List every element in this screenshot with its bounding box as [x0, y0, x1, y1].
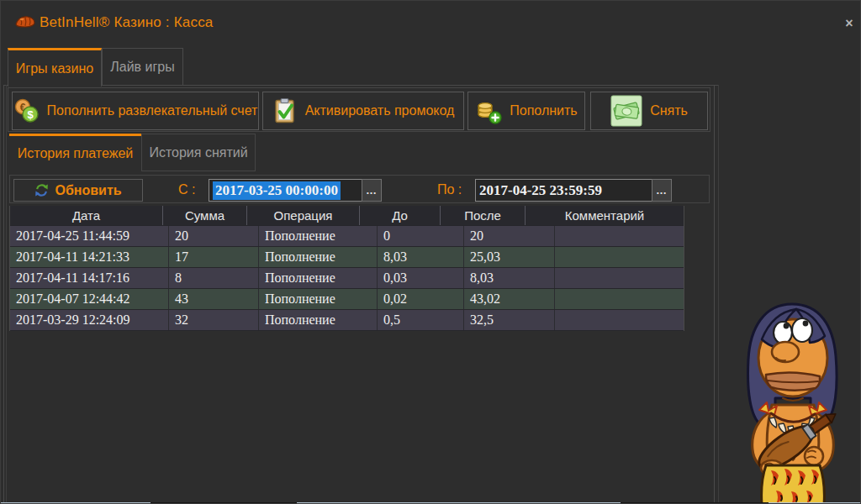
date-to-label: По :	[437, 182, 462, 197]
activate-promocode-button[interactable]: Активировать промокод	[262, 92, 464, 130]
date-from-picker-button[interactable]: …	[362, 179, 382, 202]
cell-after: 20	[464, 226, 555, 246]
cell-before: 0,02	[378, 289, 464, 309]
cell-amount: 32	[169, 310, 259, 330]
coins-add-icon	[475, 98, 502, 124]
cell-amount: 20	[169, 226, 259, 246]
button-label: Пополнить развлекательный счет	[47, 103, 258, 118]
date-from-input[interactable]: 2017-03-25 00:00:00	[209, 179, 370, 202]
panel-border	[3, 85, 4, 502]
cell-after: 32,5	[464, 310, 555, 330]
cell-operation: Пополнение	[259, 289, 378, 309]
table-row[interactable]: 2017-04-11 14:21:33 17 Пополнение 8,03 2…	[10, 246, 684, 267]
date-to-picker-button[interactable]: …	[652, 179, 672, 202]
cell-date: 2017-04-07 12:44:42	[10, 289, 169, 309]
panel-border	[6, 85, 7, 502]
app-window: BetInHell® Казино : Касса × Игры казино …	[0, 0, 861, 504]
withdraw-button[interactable]: Снять	[590, 92, 708, 130]
cell-amount: 8	[169, 268, 259, 288]
cell-before: 8,03	[378, 247, 464, 267]
column-header-after[interactable]: После	[441, 206, 526, 225]
subtab-label: История платежей	[18, 146, 133, 161]
cell-amount: 43	[169, 289, 259, 309]
tab-casino-games[interactable]: Игры казино	[8, 48, 102, 87]
cell-amount: 17	[169, 247, 259, 267]
cell-after: 43,02	[464, 289, 555, 309]
filter-bar: Обновить С : 2017-03-25 00:00:00 … По : …	[9, 175, 710, 203]
cell-before: 0	[378, 226, 464, 246]
date-from-label: С :	[178, 182, 195, 197]
cell-date: 2017-04-11 14:17:16	[10, 268, 169, 288]
window-title: BetInHell® Казино : Касса	[40, 14, 214, 31]
svg-text:$: $	[27, 108, 34, 121]
cell-after: 25,03	[464, 247, 555, 267]
cell-before: 0,5	[378, 310, 464, 330]
subtab-label: История снятий	[149, 145, 247, 160]
refresh-label: Обновить	[55, 183, 121, 198]
close-icon[interactable]: ×	[840, 14, 858, 33]
clipboard-check-icon	[272, 97, 298, 124]
panel-border	[714, 85, 715, 502]
app-logo-icon	[14, 13, 36, 30]
tab-label: Лайв игры	[110, 60, 174, 75]
cell-date: 2017-04-11 14:21:33	[10, 247, 169, 267]
panel-border	[3, 85, 719, 86]
column-header-amount[interactable]: Сумма	[163, 206, 247, 225]
cell-comment	[555, 247, 684, 267]
topup-entertainment-account-button[interactable]: € $ Пополнить развлекательный счет	[12, 92, 259, 130]
caveman-mascot-image	[724, 299, 860, 504]
date-to-value: 2017-04-25 23:59:59	[479, 182, 602, 199]
table-header: Дата Сумма Операция До После Комментарий	[10, 206, 684, 225]
button-label: Пополнить	[510, 103, 577, 118]
column-header-operation[interactable]: Операция	[247, 206, 360, 225]
cell-comment	[555, 289, 684, 309]
payments-history-table: Дата Сумма Операция До После Комментарий…	[9, 206, 684, 331]
cell-operation: Пополнение	[259, 310, 378, 330]
banknotes-icon	[610, 95, 642, 127]
cell-operation: Пополнение	[259, 247, 378, 267]
cell-date: 2017-04-25 11:44:59	[10, 226, 169, 246]
panel-border	[718, 85, 719, 502]
deposit-button[interactable]: Пополнить	[467, 92, 585, 130]
button-label: Снять	[650, 103, 688, 118]
toolbar: € $ Пополнить развлекательный счет Актив…	[8, 87, 710, 132]
cell-operation: Пополнение	[259, 226, 378, 246]
date-from-value: 2017-03-25 00:00:00	[213, 181, 341, 200]
cell-operation: Пополнение	[259, 268, 378, 288]
cell-comment	[555, 268, 684, 288]
subtab-withdrawals-history[interactable]: История снятий	[141, 134, 256, 171]
tab-live-games[interactable]: Лайв игры	[102, 48, 183, 86]
tab-label: Игры казино	[16, 61, 93, 76]
table-row[interactable]: 2017-03-29 12:24:09 32 Пополнение 0,5 32…	[10, 309, 684, 331]
subtab-payments-history[interactable]: История платежей	[9, 134, 141, 171]
column-header-date[interactable]: Дата	[10, 206, 163, 225]
cell-comment	[555, 310, 684, 330]
cell-comment	[555, 226, 684, 246]
table-row[interactable]: 2017-04-11 14:17:16 8 Пополнение 0,03 8,…	[10, 267, 684, 288]
coins-eur-usd-icon: € $	[13, 98, 40, 123]
table-row[interactable]: 2017-04-25 11:44:59 20 Пополнение 0 20	[10, 225, 684, 246]
column-header-before[interactable]: До	[360, 206, 441, 225]
cell-after: 8,03	[464, 268, 555, 288]
column-header-comment[interactable]: Комментарий	[526, 206, 684, 225]
refresh-button[interactable]: Обновить	[13, 179, 143, 202]
table-row[interactable]: 2017-04-07 12:44:42 43 Пополнение 0,02 4…	[10, 288, 684, 309]
cell-date: 2017-03-29 12:24:09	[10, 310, 169, 330]
refresh-icon	[34, 183, 49, 197]
cell-before: 0,03	[378, 268, 464, 288]
button-label: Активировать промокод	[305, 103, 455, 118]
date-to-input[interactable]: 2017-04-25 23:59:59	[475, 179, 660, 202]
